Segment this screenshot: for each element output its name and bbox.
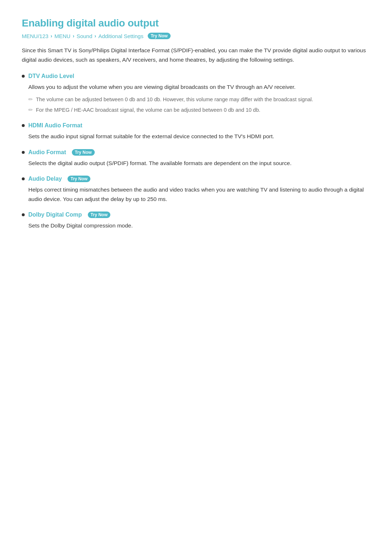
- pencil-icon: ✏: [28, 107, 33, 113]
- section-item-dtv-audio-level: DTV Audio LevelAllows you to adjust the …: [22, 73, 370, 114]
- bullet-dot-icon: [22, 151, 25, 154]
- bullet-dot-icon: [22, 213, 25, 216]
- section-item-hdmi-audio-format: HDMI Audio FormatSets the audio input si…: [22, 122, 370, 141]
- breadcrumb-separator-1: ›: [50, 33, 52, 39]
- breadcrumb-separator-2: ›: [73, 33, 74, 39]
- bullet-dot-icon: [22, 177, 25, 180]
- section-title-hdmi-audio-format: HDMI Audio Format: [28, 122, 82, 129]
- section-list: DTV Audio LevelAllows you to adjust the …: [22, 73, 370, 230]
- section-body-dtv-audio-level: Allows you to adjust the volume when you…: [28, 82, 370, 92]
- bullet-row-dtv-audio-level: DTV Audio Level: [22, 73, 370, 79]
- breadcrumb-try-now-badge[interactable]: Try Now: [148, 33, 171, 39]
- section-item-audio-format: Audio FormatTry NowSelects the digital a…: [22, 149, 370, 168]
- section-title-audio-delay: Audio Delay: [28, 176, 62, 182]
- bullet-dot-icon: [22, 75, 25, 78]
- bullet-row-audio-delay: Audio DelayTry Now: [22, 176, 370, 182]
- section-item-audio-delay: Audio DelayTry NowHelps correct timing m…: [22, 176, 370, 204]
- bullet-row-audio-format: Audio FormatTry Now: [22, 149, 370, 156]
- try-now-badge-audio-delay[interactable]: Try Now: [68, 176, 90, 182]
- breadcrumb-item-sound[interactable]: Sound: [77, 33, 92, 39]
- bullet-row-hdmi-audio-format: HDMI Audio Format: [22, 122, 370, 129]
- bullet-dot-icon: [22, 124, 25, 127]
- page-title: Enabling digital audio output: [22, 17, 370, 29]
- breadcrumb-item-menu[interactable]: MENU: [54, 33, 70, 39]
- bullet-row-dolby-digital-comp: Dolby Digital CompTry Now: [22, 212, 370, 218]
- breadcrumb-item-menu123[interactable]: MENU/123: [22, 33, 48, 39]
- section-body-hdmi-audio-format: Sets the audio input signal format suita…: [28, 132, 370, 141]
- breadcrumb: MENU/123 › MENU › Sound › Additional Set…: [22, 33, 370, 39]
- section-body-audio-delay: Helps correct timing mismatches between …: [28, 185, 370, 204]
- try-now-badge-audio-format[interactable]: Try Now: [72, 149, 95, 156]
- section-title-audio-format: Audio Format: [28, 149, 66, 156]
- try-now-badge-dolby-digital-comp[interactable]: Try Now: [88, 212, 111, 218]
- note-item-dtv-audio-level-1: ✏For the MPEG / HE-AAC broadcast signal,…: [28, 106, 370, 114]
- breadcrumb-item-additional-settings[interactable]: Additional Settings: [98, 33, 143, 39]
- pencil-icon: ✏: [28, 96, 33, 103]
- section-title-dolby-digital-comp: Dolby Digital Comp: [28, 212, 82, 218]
- note-item-dtv-audio-level-0: ✏The volume can be adjusted between 0 db…: [28, 95, 370, 104]
- breadcrumb-separator-3: ›: [94, 33, 96, 39]
- section-body-audio-format: Selects the digital audio output (S/PDIF…: [28, 159, 370, 168]
- intro-text: Since this Smart TV is Sony/Philips Digi…: [22, 46, 370, 64]
- section-body-dolby-digital-comp: Sets the Dolby Digital compression mode.: [28, 221, 370, 230]
- section-title-dtv-audio-level: DTV Audio Level: [28, 73, 74, 79]
- note-list-dtv-audio-level: ✏The volume can be adjusted between 0 db…: [28, 95, 370, 114]
- note-text-dtv-audio-level-1: For the MPEG / HE-AAC broadcast signal, …: [36, 106, 260, 114]
- note-text-dtv-audio-level-0: The volume can be adjusted between 0 db …: [36, 95, 313, 104]
- section-item-dolby-digital-comp: Dolby Digital CompTry NowSets the Dolby …: [22, 212, 370, 230]
